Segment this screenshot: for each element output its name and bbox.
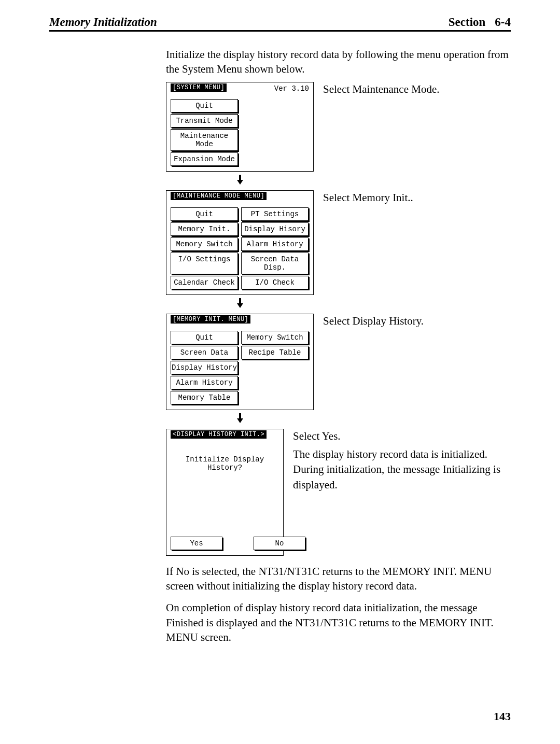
- page-number: 143: [494, 710, 511, 723]
- recipe-table-button[interactable]: Recipe Table: [241, 346, 309, 359]
- confirm-prompt: Initialize Display History?: [166, 455, 283, 472]
- header-title: Memory Initialization: [49, 16, 157, 29]
- no-button[interactable]: No: [254, 537, 305, 550]
- yes-button[interactable]: Yes: [171, 537, 222, 550]
- quit-button[interactable]: Quit: [171, 99, 238, 113]
- panel-display-history-init: <DISPLAY HISTORY INIT.> Initialize Displ…: [166, 429, 284, 556]
- display-history-button[interactable]: Display History: [171, 361, 238, 374]
- step4-desc-line2: The display history record data is initi…: [293, 447, 511, 493]
- step4-desc-line1: Select Yes.: [293, 429, 511, 444]
- calendar-check-button[interactable]: Calendar Check: [171, 276, 238, 289]
- screen-data-disp-button[interactable]: Screen Data Disp.: [241, 252, 309, 274]
- page-header: Memory Initialization Section6-4: [49, 16, 511, 32]
- panel-title: [MEMORY INIT. MENU]: [171, 315, 250, 324]
- version-label: Ver 3.10: [274, 85, 309, 93]
- alarm-history-button[interactable]: Alarm History: [241, 237, 309, 251]
- panel-title: [MAINTENANCE MODE MENU]: [171, 192, 267, 200]
- section-number: 6-4: [495, 16, 511, 29]
- quit-button[interactable]: Quit: [171, 207, 238, 221]
- transmit-mode-button[interactable]: Transmit Mode: [171, 114, 238, 128]
- display-history-button[interactable]: Display Hisory: [241, 222, 309, 236]
- intro-text: Initialize the display history record da…: [166, 47, 511, 77]
- panel-system-menu: [SYSTEM MENU] Ver 3.10 Quit Transmit Mod…: [166, 82, 314, 172]
- step-maintenance-menu: [MAINTENANCE MODE MENU] Quit PT Settings…: [166, 190, 511, 295]
- step1-desc: Select Maintenance Mode.: [323, 82, 440, 97]
- step-system-menu: [SYSTEM MENU] Ver 3.10 Quit Transmit Mod…: [166, 82, 511, 172]
- memory-switch-button[interactable]: Memory Switch: [241, 331, 309, 344]
- panel-memory-init-menu: [MEMORY INIT. MENU] Quit Memory Switch S…: [166, 314, 314, 410]
- memory-init-button[interactable]: Memory Init.: [171, 222, 238, 236]
- step2-desc: Select Memory Init..: [323, 190, 413, 205]
- pt-settings-button[interactable]: PT Settings: [241, 207, 309, 221]
- io-settings-button[interactable]: I/O Settings: [171, 252, 238, 274]
- expansion-mode-button[interactable]: Expansion Mode: [171, 152, 238, 166]
- section-label: Section: [449, 16, 486, 29]
- down-arrow-icon: [166, 175, 314, 187]
- memory-table-button[interactable]: Memory Table: [171, 391, 238, 404]
- down-arrow-icon: [166, 298, 314, 311]
- alarm-history-button[interactable]: Alarm History: [171, 376, 238, 389]
- step-display-history-init: <DISPLAY HISTORY INIT.> Initialize Displ…: [166, 429, 511, 556]
- screen-data-button[interactable]: Screen Data: [171, 346, 238, 359]
- io-check-button[interactable]: I/O Check: [241, 276, 309, 289]
- quit-button[interactable]: Quit: [171, 331, 238, 344]
- panel-maintenance-menu: [MAINTENANCE MODE MENU] Quit PT Settings…: [166, 190, 314, 295]
- step-memory-init-menu: [MEMORY INIT. MENU] Quit Memory Switch S…: [166, 314, 511, 410]
- follow-text-1: If No is selected, the NT31/NT31C return…: [166, 564, 511, 594]
- memory-switch-button[interactable]: Memory Switch: [171, 237, 238, 251]
- step4-desc: Select Yes. The display history record d…: [293, 429, 511, 493]
- maintenance-mode-button[interactable]: Maintenance Mode: [171, 129, 238, 151]
- follow-text-2: On completion of display history record …: [166, 600, 511, 644]
- step3-desc: Select Display History.: [323, 314, 424, 329]
- panel-title: <DISPLAY HISTORY INIT.>: [171, 430, 267, 439]
- panel-title: [SYSTEM MENU]: [171, 83, 227, 92]
- header-section: Section6-4: [449, 16, 511, 29]
- down-arrow-icon: [166, 413, 314, 426]
